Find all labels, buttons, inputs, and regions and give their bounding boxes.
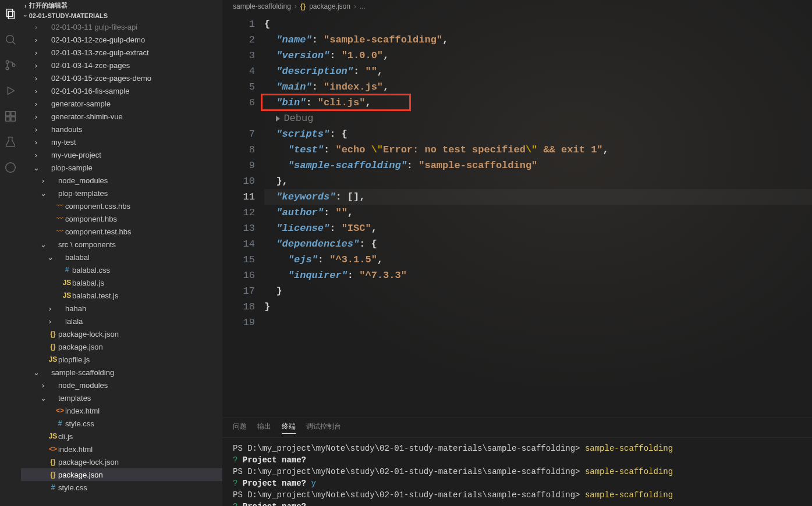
chevron-down-icon: › <box>22 15 29 17</box>
file-item[interactable]: ·〰component.css.hbs <box>21 199 222 212</box>
svg-rect-8 <box>6 112 10 116</box>
tree-item-label: plop-templates <box>58 189 108 198</box>
breadcrumb-seg[interactable]: package.json <box>309 2 350 10</box>
folder-item[interactable]: ›node_modules <box>21 174 222 187</box>
file-item[interactable]: ·{}package-lock.json <box>21 455 222 468</box>
tree-item-label: balabal <box>65 253 90 262</box>
chevron-right-icon: › <box>24 2 27 9</box>
svg-point-2 <box>6 35 14 43</box>
tab-debug-console[interactable]: 调试控制台 <box>306 422 341 434</box>
testing-icon[interactable] <box>3 135 17 149</box>
folder-item[interactable]: ›02-01-03-12-zce-gulp-demo <box>21 33 222 46</box>
file-item[interactable]: ·〰component.hbs <box>21 212 222 225</box>
tab-output[interactable]: 输出 <box>257 422 271 434</box>
sidebar: › 打开的编辑器 › 02-01-STUDY-MATERIALS ›02-01-… <box>21 0 222 506</box>
json-icon: {} <box>300 2 306 10</box>
folder-item[interactable]: ›02-01-03-15-zce-pages-demo <box>21 72 222 84</box>
chevron-right-icon: › <box>354 2 356 10</box>
folder-item[interactable]: ›handouts <box>21 123 222 136</box>
debug-codelens[interactable]: Debug <box>276 111 313 126</box>
file-tree: ›02-01-03-11 gulp-files-api›02-01-03-12-… <box>21 20 222 506</box>
folder-item[interactable]: ›02-01-03-11 gulp-files-api <box>21 20 222 33</box>
explorer-icon[interactable] <box>3 7 17 21</box>
tree-item-label: my-test <box>51 138 76 147</box>
file-item[interactable]: ·#balabal.css <box>21 263 222 276</box>
file-item[interactable]: ·<>index.html <box>21 404 222 417</box>
code-editor[interactable]: 12345678910111213141516171819 { "name": … <box>222 13 812 418</box>
folder-item[interactable]: ⌄sample-scaffolding <box>21 366 222 379</box>
tree-item-label: node_modules <box>58 176 108 185</box>
open-editors-label: 打开的编辑器 <box>29 1 68 10</box>
code-content[interactable]: { "name": "sample-scaffolding", "version… <box>264 13 812 418</box>
breadcrumb-more[interactable]: ... <box>360 2 366 10</box>
tree-item-label: style.css <box>58 483 87 492</box>
tree-item-label: package-lock.json <box>58 458 119 466</box>
tree-item-label: handouts <box>51 125 83 134</box>
folder-item[interactable]: ›my-vue-project <box>21 148 222 161</box>
file-item[interactable]: ·JSbalabal.js <box>21 276 222 289</box>
folder-item[interactable]: ›node_modules <box>21 379 222 391</box>
workspace-section[interactable]: › 02-01-STUDY-MATERIALS <box>21 11 222 20</box>
folder-item[interactable]: ›my-test <box>21 136 222 148</box>
account-icon[interactable] <box>3 161 17 174</box>
folder-item[interactable]: ›02-01-03-14-zce-pages <box>21 59 222 72</box>
file-item[interactable]: ·#style.css <box>21 417 222 430</box>
folder-item[interactable]: ›generator-sample <box>21 97 222 110</box>
file-item[interactable]: ·JSplopfile.js <box>21 353 222 366</box>
tree-item-label: generator-shimin-vue <box>51 112 123 121</box>
folder-item[interactable]: ⌄src \ components <box>21 238 222 251</box>
file-item[interactable]: ·JSbalabal.test.js <box>21 289 222 302</box>
activity-bar <box>0 0 21 506</box>
tree-item-label: balabal.css <box>72 266 110 275</box>
folder-item[interactable]: ⌄templates <box>21 391 222 404</box>
folder-item[interactable]: ⌄plop-sample <box>21 161 222 174</box>
tree-item-label: 02-01-03-16-fis-sample <box>51 87 129 95</box>
tree-item-label: 02-01-03-11 gulp-files-api <box>51 23 137 31</box>
tree-item-label: component.css.hbs <box>65 202 130 211</box>
breadcrumb-seg[interactable]: sample-scaffolding <box>233 2 291 10</box>
open-editors-section[interactable]: › 打开的编辑器 <box>21 0 222 11</box>
breadcrumb[interactable]: sample-scaffolding › {} package.json › .… <box>222 0 812 13</box>
tree-item-label: my-vue-project <box>51 151 101 159</box>
folder-item[interactable]: ›hahah <box>21 302 222 315</box>
extensions-icon[interactable] <box>3 109 17 123</box>
tree-item-label: 02-01-03-14-zce-pages <box>51 61 130 70</box>
folder-item[interactable]: ›generator-shimin-vue <box>21 110 222 123</box>
file-item[interactable]: ·JScli.js <box>21 430 222 443</box>
workspace-name: 02-01-STUDY-MATERIALS <box>29 12 108 19</box>
svg-rect-11 <box>11 112 15 116</box>
tree-item-label: hahah <box>65 304 86 313</box>
folder-item[interactable]: ⌄balabal <box>21 251 222 263</box>
tree-item-label: package.json <box>58 343 103 351</box>
tree-item-label: index.html <box>58 445 93 454</box>
tab-problems[interactable]: 问题 <box>233 422 247 434</box>
file-item[interactable]: ·{}package-lock.json <box>21 327 222 340</box>
terminal[interactable]: PS D:\my_project\myNote\study\02-01-stud… <box>222 438 812 506</box>
svg-rect-10 <box>11 117 15 121</box>
tree-item-label: src \ components <box>58 240 116 249</box>
search-icon[interactable] <box>3 33 17 47</box>
tree-item-label: templates <box>58 394 91 402</box>
tree-item-label: lalala <box>65 317 83 326</box>
folder-item[interactable]: ›02-01-03-16-fis-sample <box>21 84 222 97</box>
folder-item[interactable]: ›lalala <box>21 315 222 327</box>
tree-item-label: style.css <box>65 419 94 428</box>
file-item[interactable]: ·<>index.html <box>21 443 222 455</box>
folder-item[interactable]: ⌄plop-templates <box>21 187 222 199</box>
tree-item-label: component.test.hbs <box>65 227 131 236</box>
svg-rect-9 <box>6 117 10 121</box>
debug-icon[interactable] <box>3 84 17 98</box>
file-item[interactable]: ·{}package.json <box>21 468 222 481</box>
svg-marker-7 <box>8 87 14 95</box>
file-item[interactable]: ·{}package.json <box>21 340 222 353</box>
folder-item[interactable]: ›02-01-03-13-zce-gulp-extract <box>21 46 222 59</box>
panel-tabs: 问题 输出 终端 调试控制台 <box>222 418 812 438</box>
editor-area: sample-scaffolding › {} package.json › .… <box>222 0 812 506</box>
tree-item-label: sample-scaffolding <box>51 368 114 377</box>
file-item[interactable]: ·〰component.test.hbs <box>21 225 222 238</box>
tree-item-label: 02-01-03-15-zce-pages-demo <box>51 74 151 83</box>
file-item[interactable]: ·#style.css <box>21 481 222 494</box>
tab-terminal[interactable]: 终端 <box>282 422 296 434</box>
scm-icon[interactable] <box>3 58 17 72</box>
tree-item-label: balabal.js <box>72 279 104 287</box>
